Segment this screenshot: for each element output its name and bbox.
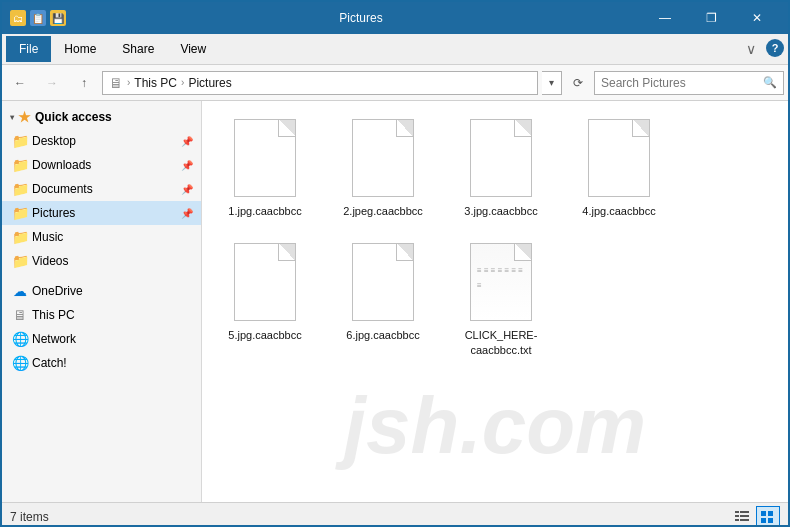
svg-rect-5 bbox=[740, 519, 749, 521]
file-thumb-5 bbox=[231, 240, 299, 324]
file-thumb-6 bbox=[349, 240, 417, 324]
close-button[interactable]: ✕ bbox=[734, 2, 780, 34]
folder-icon-videos: 📁 bbox=[12, 253, 28, 269]
sidebar-item-catch[interactable]: 🌐 Catch! bbox=[2, 351, 201, 375]
file-item-6[interactable]: 6.jpg.caacbbcc bbox=[328, 233, 438, 364]
sidebar-label-onedrive: OneDrive bbox=[32, 284, 83, 298]
file-item-2[interactable]: 2.jpeg.caacbbcc bbox=[328, 109, 438, 225]
quick-access-icon: ★ bbox=[18, 109, 31, 125]
folder-icon-desktop: 📁 bbox=[12, 133, 28, 149]
tab-view[interactable]: View bbox=[167, 36, 219, 62]
file-page-1 bbox=[234, 119, 296, 197]
sidebar-label-thispc: This PC bbox=[32, 308, 75, 322]
help-button[interactable]: ? bbox=[766, 39, 784, 57]
file-item-7[interactable]: CLICK_HERE-caacbbcc.txt bbox=[446, 233, 556, 364]
refresh-button[interactable]: ⟳ bbox=[566, 71, 590, 95]
ribbon: File Home Share View ∨ ? bbox=[2, 34, 788, 65]
sidebar-item-documents[interactable]: 📁 Documents 📌 bbox=[2, 177, 201, 201]
file-name-7: CLICK_HERE-caacbbcc.txt bbox=[453, 328, 549, 357]
file-item-5[interactable]: 5.jpg.caacbbcc bbox=[210, 233, 320, 364]
pin-icon-downloads: 📌 bbox=[181, 160, 193, 171]
sidebar-item-network[interactable]: 🌐 Network bbox=[2, 327, 201, 351]
path-dropdown-button[interactable]: ▾ bbox=[542, 71, 562, 95]
quick-access-label: Quick access bbox=[35, 110, 112, 124]
file-page-4 bbox=[588, 119, 650, 197]
sidebar-item-onedrive[interactable]: ☁ OneDrive bbox=[2, 279, 201, 303]
address-path[interactable]: 🖥 › This PC › Pictures bbox=[102, 71, 538, 95]
folder-icon-documents: 📁 bbox=[12, 181, 28, 197]
title-bar: 🗂 📋 💾 Pictures — ❐ ✕ bbox=[2, 2, 788, 34]
grid-view-button[interactable] bbox=[756, 506, 780, 528]
view-buttons bbox=[730, 506, 780, 528]
maximize-button[interactable]: ❐ bbox=[688, 2, 734, 34]
file-page-2 bbox=[352, 119, 414, 197]
window-controls: — ❐ ✕ bbox=[642, 2, 780, 34]
back-button[interactable]: ← bbox=[6, 71, 34, 95]
file-page-5 bbox=[234, 243, 296, 321]
quick-access-header[interactable]: ▾ ★ Quick access bbox=[2, 105, 201, 129]
ribbon-chevron: ∨ ? bbox=[740, 39, 784, 59]
grid-view-icon bbox=[761, 511, 775, 523]
path-thispc[interactable]: This PC bbox=[134, 76, 177, 90]
file-name-3: 3.jpg.caacbbcc bbox=[464, 204, 537, 218]
svg-rect-1 bbox=[740, 511, 749, 513]
minimize-button[interactable]: — bbox=[642, 2, 688, 34]
sidebar-label-pictures: Pictures bbox=[32, 206, 75, 220]
pin-icon-documents: 📌 bbox=[181, 184, 193, 195]
file-thumb-3 bbox=[467, 116, 535, 200]
folder-icon-pictures: 📁 bbox=[12, 205, 28, 221]
app-icon-save: 💾 bbox=[50, 10, 66, 26]
svg-rect-0 bbox=[735, 511, 739, 513]
file-item-1[interactable]: 1.jpg.caacbbcc bbox=[210, 109, 320, 225]
sidebar-item-videos[interactable]: 📁 Videos bbox=[2, 249, 201, 273]
sidebar-item-thispc[interactable]: 🖥 This PC bbox=[2, 303, 201, 327]
tab-share[interactable]: Share bbox=[109, 36, 167, 62]
path-separator-2: › bbox=[181, 77, 184, 88]
quick-access-chevron: ▾ bbox=[10, 113, 14, 122]
item-count: 7 items bbox=[10, 510, 730, 524]
forward-button[interactable]: → bbox=[38, 71, 66, 95]
file-thumb-4 bbox=[585, 116, 653, 200]
file-name-5: 5.jpg.caacbbcc bbox=[228, 328, 301, 342]
path-pictures[interactable]: Pictures bbox=[188, 76, 231, 90]
sidebar-label-desktop: Desktop bbox=[32, 134, 76, 148]
file-name-6: 6.jpg.caacbbcc bbox=[346, 328, 419, 342]
tab-file[interactable]: File bbox=[6, 36, 51, 62]
watermark: jsh.com bbox=[344, 380, 646, 472]
list-view-button[interactable] bbox=[730, 506, 754, 528]
folder-icon-downloads: 📁 bbox=[12, 157, 28, 173]
sidebar-label-network: Network bbox=[32, 332, 76, 346]
onedrive-icon: ☁ bbox=[12, 283, 28, 299]
tab-home[interactable]: Home bbox=[51, 36, 109, 62]
file-page-6 bbox=[352, 243, 414, 321]
file-thumb-7 bbox=[467, 240, 535, 324]
pin-icon-desktop: 📌 bbox=[181, 136, 193, 147]
file-name-4: 4.jpg.caacbbcc bbox=[582, 204, 655, 218]
file-name-2: 2.jpeg.caacbbcc bbox=[343, 204, 423, 218]
address-bar: ← → ↑ 🖥 › This PC › Pictures ▾ ⟳ 🔍 bbox=[2, 65, 788, 101]
sidebar-item-music[interactable]: 📁 Music bbox=[2, 225, 201, 249]
svg-rect-6 bbox=[761, 511, 766, 516]
app-icon-blue: 📋 bbox=[30, 10, 46, 26]
svg-rect-9 bbox=[768, 518, 773, 523]
svg-rect-7 bbox=[768, 511, 773, 516]
sidebar-item-desktop[interactable]: 📁 Desktop 📌 bbox=[2, 129, 201, 153]
ribbon-collapse-button[interactable]: ∨ bbox=[740, 39, 762, 59]
sidebar-label-music: Music bbox=[32, 230, 63, 244]
file-grid: 1.jpg.caacbbcc 2.jpeg.caacbbcc 3.jpg.caa… bbox=[210, 109, 780, 364]
sidebar-item-downloads[interactable]: 📁 Downloads 📌 bbox=[2, 153, 201, 177]
file-page-3 bbox=[470, 119, 532, 197]
search-input[interactable] bbox=[601, 76, 759, 90]
svg-rect-4 bbox=[735, 519, 739, 521]
app-icon-yellow: 🗂 bbox=[10, 10, 26, 26]
search-icon[interactable]: 🔍 bbox=[763, 76, 777, 89]
file-item-3[interactable]: 3.jpg.caacbbcc bbox=[446, 109, 556, 225]
network-icon: 🌐 bbox=[12, 331, 28, 347]
sidebar-label-downloads: Downloads bbox=[32, 158, 91, 172]
status-bar: 7 items bbox=[2, 502, 788, 527]
up-button[interactable]: ↑ bbox=[70, 71, 98, 95]
file-thumb-2 bbox=[349, 116, 417, 200]
folder-icon-music: 📁 bbox=[12, 229, 28, 245]
file-item-4[interactable]: 4.jpg.caacbbcc bbox=[564, 109, 674, 225]
sidebar-item-pictures[interactable]: 📁 Pictures 📌 bbox=[2, 201, 201, 225]
